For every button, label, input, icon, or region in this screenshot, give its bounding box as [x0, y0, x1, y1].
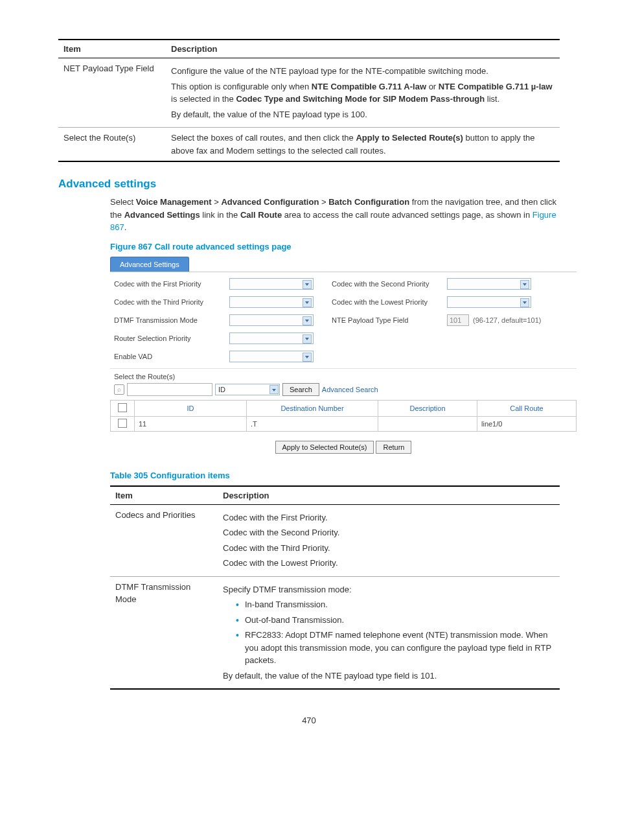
cell-dest: .T	[247, 416, 378, 431]
table-304-cont: Item Description NET Payload Type Field …	[58, 39, 560, 162]
bullet-item: Out-of-band Transmission.	[236, 614, 555, 627]
col-description: Description	[166, 40, 560, 58]
cell-route: line1/0	[477, 416, 577, 431]
label-codec1: Codec with the First Priority	[114, 280, 224, 288]
cell-desc	[378, 416, 477, 431]
select-vad[interactable]	[229, 351, 314, 362]
label-vad: Enable VAD	[114, 353, 224, 360]
bullet-item: RFC2833: Adopt DTMF named telephone even…	[236, 629, 555, 667]
desc-line: Specify DTMF transmission mode:	[223, 583, 555, 596]
desc-line: Codec with the Third Priority.	[223, 542, 555, 555]
col-route[interactable]: Call Route	[477, 400, 577, 416]
col-id[interactable]: ID	[135, 400, 247, 416]
row-select-route-item: Select the Route(s)	[58, 128, 166, 162]
bullet-item: In-band Transmission.	[236, 598, 555, 611]
tab-advanced-settings[interactable]: Advanced Settings	[110, 257, 189, 272]
label-codec3: Codec with the Third Priority	[114, 298, 224, 306]
search-icon: ⌕	[114, 384, 124, 395]
row-net-payload-item: NET Payload Type Field	[58, 58, 166, 128]
page-number: 470	[58, 716, 560, 725]
row-net-payload-desc: Configure the value of the NTE payload t…	[166, 58, 560, 128]
cell-id: 11	[135, 416, 247, 431]
desc-line: Codec with the First Priority.	[223, 511, 555, 524]
desc-line: Codec with the Lowest Priority.	[223, 557, 555, 570]
select-dtmf[interactable]	[229, 314, 314, 326]
select-codec1[interactable]	[229, 278, 314, 290]
col-description: Description	[218, 486, 560, 505]
desc-line: Codec with the Second Priority.	[223, 526, 555, 539]
search-button[interactable]: Search	[282, 383, 319, 396]
col-dest[interactable]: Destination Number	[247, 400, 378, 416]
body-paragraph: Select Voice Management > Advanced Confi…	[110, 196, 560, 234]
search-field-select[interactable]: ID	[215, 384, 280, 395]
label-dtmf: DTMF Transmission Mode	[114, 316, 224, 324]
select-codec4[interactable]	[447, 296, 531, 308]
row-codecs-desc: Codec with the First Priority. Codec wit…	[218, 504, 560, 576]
section-heading: Advanced settings	[58, 178, 560, 191]
label-codec4: Codec with the Lowest Priority	[332, 298, 442, 306]
label-nte: NTE Payload Type Field	[332, 316, 442, 324]
apply-button[interactable]: Apply to Selected Route(s)	[275, 441, 374, 454]
row-dtmf-item: DTMF Transmission Mode	[110, 576, 218, 689]
row-dtmf-desc: Specify DTMF transmission mode: In-band …	[218, 576, 560, 689]
return-button[interactable]: Return	[376, 441, 411, 454]
routes-table: ID Destination Number Description Call R…	[110, 400, 577, 432]
select-codec2[interactable]	[447, 278, 531, 290]
figure-867-screenshot: Advanced Settings Codec with the First P…	[110, 257, 577, 458]
figure-caption: Figure 867 Call route advanced settings …	[110, 242, 560, 251]
desc-line: By default, the value of the NTE payload…	[223, 670, 555, 682]
desc-line: Configure the value of the NTE payload t…	[171, 65, 555, 78]
label-router: Router Selection Priority	[114, 334, 224, 342]
hint-nte: (96-127, default=101)	[473, 316, 542, 324]
col-desc[interactable]: Description	[378, 400, 477, 416]
col-item: Item	[58, 40, 166, 58]
select-router[interactable]	[229, 332, 314, 344]
table-row: 11 .T line1/0	[111, 416, 577, 431]
col-item: Item	[110, 486, 218, 505]
row-codecs-item: Codecs and Priorities	[110, 504, 218, 576]
select-codec3[interactable]	[229, 296, 314, 308]
label-codec2: Codec with the Second Priority	[332, 280, 442, 288]
desc-line: By default, the value of the NTE payload…	[171, 108, 555, 121]
desc-line: This option is configurable only when NT…	[171, 80, 555, 106]
label-select-routes: Select the Route(s)	[110, 368, 577, 380]
table-305-caption: Table 305 Configuration items	[110, 471, 560, 480]
col-checkbox	[111, 400, 135, 416]
input-nte-payload[interactable]: 101	[447, 314, 469, 326]
checkbox-all[interactable]	[118, 403, 127, 412]
table-305: Item Description Codecs and Priorities C…	[110, 485, 560, 690]
checkbox-row[interactable]	[118, 419, 127, 428]
search-input[interactable]	[127, 383, 212, 396]
row-select-route-desc: Select the boxes of call routes, and the…	[166, 128, 560, 162]
advanced-search-link[interactable]: Advanced Search	[322, 386, 378, 393]
